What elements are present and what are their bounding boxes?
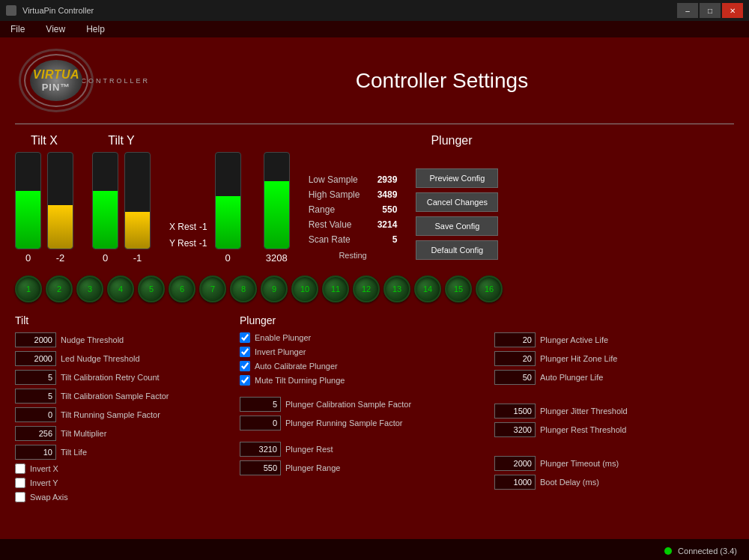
calibration-sample-label: Tilt Calibration Sample Factor <box>61 392 169 401</box>
mute-tilt-label: Mute Tilt Durning Plunge <box>255 376 345 385</box>
default-config-button[interactable]: Default Config <box>416 240 498 260</box>
tilt-x-val1: 0 <box>25 252 31 264</box>
button-12[interactable]: 12 <box>353 276 380 302</box>
led-nudge-label: Led Nudge Threshold <box>61 354 140 363</box>
button-4[interactable]: 4 <box>107 276 134 302</box>
preview-config-button[interactable]: Preview Config <box>416 168 498 188</box>
rest-value-label: Rest Value <box>309 219 352 230</box>
jitter-threshold-input[interactable] <box>494 404 536 419</box>
plunger-run-sample-label: Plunger Running Sample Factor <box>285 419 403 427</box>
button-10[interactable]: 10 <box>291 276 318 302</box>
tilt-life-label: Tilt Life <box>61 448 87 457</box>
timeout-row: Plunger Timeout (ms) <box>494 456 734 471</box>
plunger-cal-sample-input[interactable] <box>240 397 281 412</box>
invert-x-row: Invert X <box>15 463 225 474</box>
close-button[interactable]: ✕ <box>722 3 743 18</box>
hit-zone-label: Plunger Hit Zone Life <box>540 354 617 363</box>
jitter-threshold-row: Plunger Jitter Threshold <box>494 404 734 419</box>
y-rest-row: Y Rest -1 <box>169 238 207 249</box>
hit-zone-row: Plunger Hit Zone Life <box>494 351 734 366</box>
plunger-range-input[interactable] <box>240 460 281 475</box>
auto-life-input[interactable] <box>494 370 536 385</box>
invert-plunger-checkbox[interactable] <box>240 347 250 357</box>
enable-plunger-checkbox[interactable] <box>240 332 250 343</box>
timeout-input[interactable] <box>494 456 536 471</box>
invert-y-label: Invert Y <box>30 478 58 487</box>
button-11[interactable]: 11 <box>322 276 349 302</box>
button-3[interactable]: 3 <box>76 276 103 302</box>
button-13[interactable]: 13 <box>383 276 410 302</box>
button-1[interactable]: 1 <box>15 276 42 302</box>
logo-pin: PIN™ <box>42 82 71 93</box>
led-nudge-input[interactable] <box>15 351 56 366</box>
cancel-changes-button[interactable]: Cancel Changes <box>416 192 498 212</box>
button-7[interactable]: 7 <box>199 276 226 302</box>
range-row: Range 550 <box>309 204 398 215</box>
tilt-x-bar1-fill <box>16 191 40 249</box>
button-8[interactable]: 8 <box>230 276 257 302</box>
tilt-life-input[interactable] <box>15 445 56 460</box>
y-rest-value: -1 <box>199 238 207 249</box>
calibration-retry-label: Tilt Calibration Retry Count <box>61 373 160 382</box>
rest-threshold-input[interactable] <box>494 422 536 437</box>
auto-calibrate-checkbox[interactable] <box>240 361 250 371</box>
active-life-input[interactable] <box>494 332 536 347</box>
plunger-rest-input[interactable] <box>240 442 281 457</box>
plunger-bar2 <box>264 152 290 249</box>
hit-zone-input[interactable] <box>494 351 536 366</box>
running-sample-input[interactable] <box>15 407 56 422</box>
tilt-section-title: Tilt <box>15 314 225 326</box>
plunger-range-label: Plunger Range <box>285 463 340 472</box>
button-2[interactable]: 2 <box>46 276 73 302</box>
logo: VIRTUA PIN™ <box>15 45 77 116</box>
button-5[interactable]: 5 <box>138 276 165 302</box>
mute-tilt-checkbox[interactable] <box>240 375 250 386</box>
button-6[interactable]: 6 <box>169 276 195 302</box>
resting-status: Resting <box>309 251 398 260</box>
button-9[interactable]: 9 <box>261 276 288 302</box>
high-sample-row: High Sample 3489 <box>309 189 398 200</box>
invert-x-checkbox[interactable] <box>15 463 25 474</box>
minimize-button[interactable]: – <box>677 3 698 18</box>
tilt-x-label: Tilt X <box>31 134 58 147</box>
enable-plunger-label: Enable Plunger <box>255 333 311 342</box>
plunger-bar2-fill <box>264 181 289 249</box>
x-rest-value: -1 <box>199 222 207 232</box>
low-sample-value: 2939 <box>367 174 397 185</box>
connection-indicator <box>664 547 672 555</box>
calibration-sample-row: Tilt Calibration Sample Factor <box>15 389 225 404</box>
maximize-button[interactable]: □ <box>700 3 721 18</box>
nudge-threshold-input[interactable] <box>15 332 56 347</box>
plunger-bar1 <box>215 152 241 249</box>
app-icon <box>6 5 16 16</box>
plunger-run-sample-input[interactable] <box>240 416 281 430</box>
tilt-x-bar1 <box>15 152 41 249</box>
auto-calibrate-row: Auto Calibrate Plunger <box>240 361 479 371</box>
tilt-y-label: Tilt Y <box>108 134 135 147</box>
active-life-label: Plunger Active Life <box>540 335 608 344</box>
button-15[interactable]: 15 <box>445 276 472 302</box>
button-14[interactable]: 14 <box>414 276 441 302</box>
config-buttons: Preview Config Cancel Changes Save Confi… <box>416 168 498 264</box>
calibration-retry-input[interactable] <box>15 370 56 385</box>
title-bar: VirtuaPin Controller – □ ✕ <box>0 0 749 21</box>
swap-axis-checkbox[interactable] <box>15 492 25 502</box>
multiplier-input[interactable] <box>15 426 56 441</box>
tilt-x-bar2 <box>47 152 73 249</box>
auto-life-row: Auto Plunger Life <box>494 370 734 385</box>
save-config-button[interactable]: Save Config <box>416 216 498 236</box>
tilt-x-group: Tilt X 0 -2 <box>15 134 73 264</box>
invert-y-checkbox[interactable] <box>15 478 25 488</box>
calibration-sample-input[interactable] <box>15 389 56 404</box>
range-label: Range <box>309 204 335 215</box>
plunger-range-row: Plunger Range <box>240 460 479 475</box>
plunger-rest-row: Plunger Rest <box>240 442 479 457</box>
button-16[interactable]: 16 <box>476 276 503 302</box>
plunger-run-sample-row: Plunger Running Sample Factor <box>240 416 479 430</box>
menu-help[interactable]: Help <box>82 22 109 36</box>
x-rest-row: X Rest -1 <box>169 222 207 232</box>
menu-view[interactable]: View <box>41 22 70 36</box>
menu-file[interactable]: File <box>6 22 29 36</box>
boot-delay-input[interactable] <box>494 475 536 490</box>
tilt-y-bars: 0 -1 <box>92 152 151 264</box>
